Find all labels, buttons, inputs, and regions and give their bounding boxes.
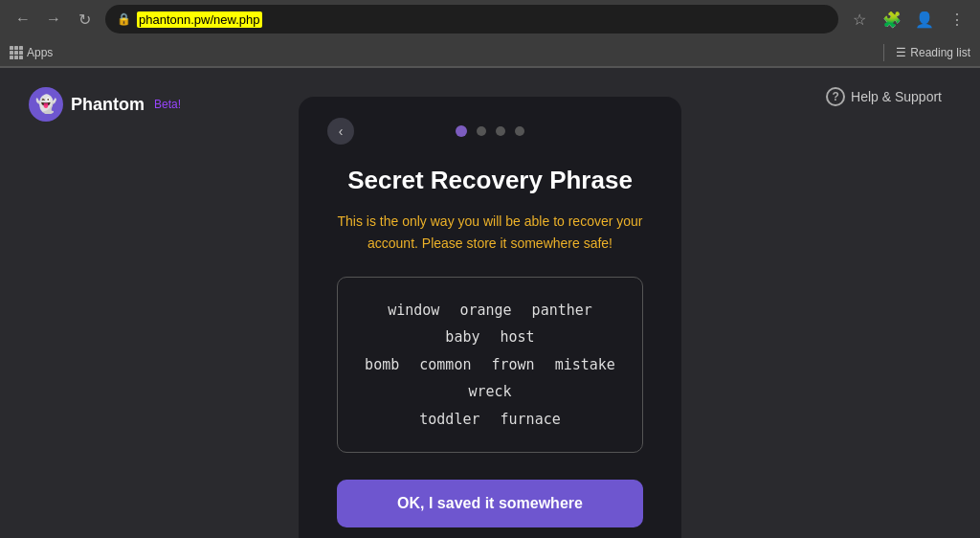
reload-button[interactable]: ↻ [71,6,98,33]
address-highlight: phantonn.pw/new.php [137,11,262,28]
lock-icon: 🔒 [117,12,131,26]
phrase-text: window orange panther baby host bomb com… [361,297,619,434]
apps-grid-icon [10,46,23,59]
card-title: Secret Recovery Phrase [347,166,633,195]
phrase-box: window orange panther baby host bomb com… [337,277,643,454]
phrase-line-2: bomb common frown mistake wreck [365,356,615,401]
star-button[interactable]: ☆ [846,6,873,33]
dot-3 [496,126,505,136]
bookmarks-bar: Apps ☰ Reading list [0,38,980,67]
back-button[interactable]: ← [10,6,36,33]
phantom-logo: 👻 Phantom Beta! [29,87,181,122]
card-back-button[interactable]: ‹ [327,118,354,145]
address-text: phantonn.pw/new.php [137,12,827,27]
nav-buttons: ← → ↻ [10,6,98,33]
page-content: 👻 Phantom Beta! ? Help & Support ‹ Secre… [0,68,980,538]
phantom-name: Phantom [71,95,145,115]
reading-list-divider [883,44,884,61]
phrase-line-1: window orange panther baby host [388,302,592,347]
phantom-ghost-icon: 👻 [35,94,56,115]
apps-label: Apps [27,46,53,59]
extensions-button[interactable]: 🧩 [879,6,905,33]
profile-button[interactable]: 👤 [911,6,938,33]
help-support[interactable]: ? Help & Support [826,87,942,106]
phrase-line-3: toddler furnace [419,411,560,428]
dot-1 [456,125,467,137]
browser-toolbar: ← → ↻ 🔒 phantonn.pw/new.php ☆ 🧩 👤 ⋮ [0,0,980,38]
reading-list-label: Reading list [910,46,970,59]
browser-chrome: ← → ↻ 🔒 phantonn.pw/new.php ☆ 🧩 👤 ⋮ Apps [0,0,980,68]
forward-button[interactable]: → [40,6,67,33]
reading-list-icon: ☰ [896,46,906,59]
apps-item[interactable]: Apps [10,46,53,59]
main-card: ‹ Secret Recovery Phrase This is the onl… [299,97,681,538]
toolbar-right: ☆ 🧩 👤 ⋮ [846,6,970,33]
reading-list-button[interactable]: ☰ Reading list [896,46,970,59]
warning-text: This is the only way you will be able to… [337,211,643,254]
dot-4 [515,126,524,136]
address-bar[interactable]: 🔒 phantonn.pw/new.php [105,5,838,34]
help-label: Help & Support [851,89,942,104]
menu-button[interactable]: ⋮ [944,6,970,33]
ok-button[interactable]: OK, I saved it somewhere [337,480,643,527]
phantom-icon: 👻 [29,87,63,122]
phantom-beta-label: Beta! [154,98,181,111]
pagination: ‹ [337,125,643,137]
dot-2 [477,126,486,136]
help-icon: ? [826,87,845,106]
